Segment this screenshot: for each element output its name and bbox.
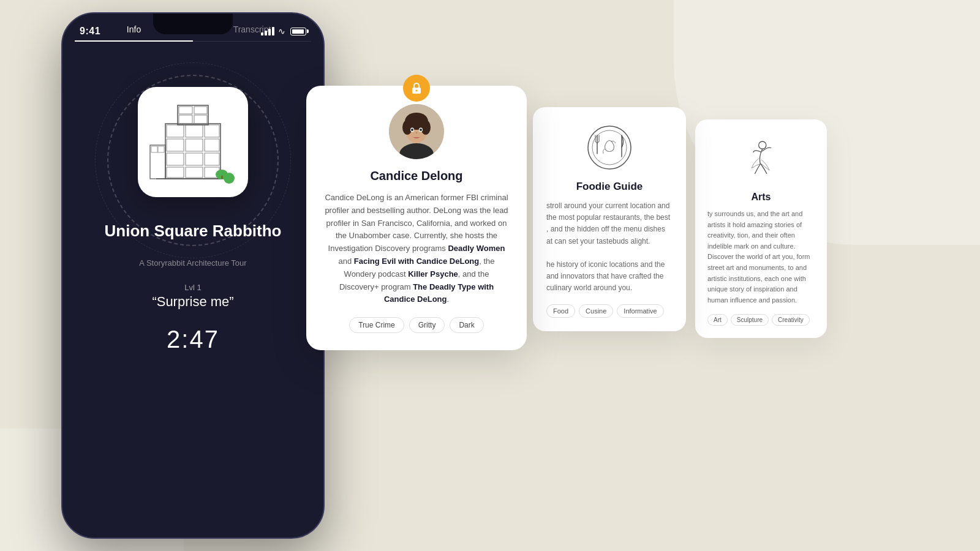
svg-rect-20 — [151, 146, 157, 152]
svg-rect-11 — [205, 153, 219, 165]
svg-rect-8 — [186, 167, 203, 178]
card-candice: Candice Delong Candice DeLong is an Amer… — [306, 86, 527, 350]
tag-sculpture: Sculpture — [731, 314, 769, 326]
svg-rect-19 — [150, 145, 165, 179]
tag-dark: Dark — [450, 317, 483, 333]
phone-level: Lvl 1 — [62, 283, 323, 292]
svg-rect-4 — [167, 167, 184, 178]
tag-art: Art — [707, 314, 728, 326]
svg-rect-23 — [221, 176, 223, 179]
phone-frame: 9:41 ∿ Info Transcript — [61, 12, 325, 539]
candice-name: Candice Delong — [323, 169, 510, 183]
svg-rect-15 — [179, 115, 192, 124]
arts-title: Arts — [707, 192, 815, 203]
status-time: 9:41 — [80, 26, 100, 37]
arts-icon — [740, 137, 783, 180]
svg-rect-6 — [186, 139, 203, 151]
status-icons: ∿ — [261, 26, 306, 36]
bold-deadly-women: Deadly Women — [448, 244, 505, 253]
tag-true-crime: True Crime — [349, 317, 404, 333]
green-indicator — [224, 173, 235, 184]
svg-point-42 — [758, 141, 766, 149]
card-arts: Arts ty surrounds us, and the art and ar… — [695, 119, 827, 338]
svg-rect-14 — [179, 107, 192, 114]
battery-icon — [290, 28, 306, 36]
wifi-icon: ∿ — [278, 26, 285, 36]
phone-subtitle: A Storyrabbit Architecture Tour — [62, 258, 323, 268]
avatar — [389, 104, 444, 159]
phone-notch — [153, 13, 233, 34]
card-foodie: Foodie Guide stroll around your current … — [533, 107, 686, 331]
svg-rect-10 — [205, 139, 219, 151]
foodie-icon — [585, 123, 634, 172]
foodie-desc: stroll around your current location and … — [546, 200, 673, 294]
arts-desc: ty surrounds us, and the art and artists… — [707, 209, 815, 305]
tag-creativity: Creativity — [772, 314, 810, 326]
arts-icon-wrap — [737, 134, 786, 183]
candice-tags: True Crime Gritty Dark — [323, 317, 510, 333]
tag-informative: Informative — [617, 304, 663, 318]
avatar-illustration — [389, 104, 444, 159]
svg-rect-9 — [205, 125, 219, 137]
tag-cusine: Cusine — [579, 304, 613, 318]
foodie-title: Foodie Guide — [546, 181, 673, 193]
tag-food: Food — [546, 304, 575, 318]
svg-point-31 — [421, 120, 431, 135]
lock-icon — [410, 81, 423, 95]
svg-rect-16 — [194, 107, 207, 114]
svg-point-25 — [416, 90, 418, 92]
album-art — [138, 87, 248, 197]
lock-badge — [403, 75, 430, 102]
bold-deadly-type: The Deadly Type with Candice DeLong — [384, 282, 494, 304]
foodie-icon-wrap — [585, 123, 634, 172]
candice-bio: Candice DeLong is an American former FBI… — [323, 192, 510, 306]
svg-point-36 — [588, 126, 631, 169]
phone-quote: “Surprise me” — [62, 294, 323, 310]
foodie-tags: Food Cusine Informative — [546, 304, 673, 318]
svg-point-35 — [420, 129, 422, 131]
svg-rect-7 — [186, 153, 203, 165]
bold-killer-psyche: Killer Psyche — [408, 269, 458, 279]
bold-facing-evil: Facing Evil with Candice DeLong — [354, 257, 479, 266]
arts-tags: Art Sculpture Creativity — [707, 314, 815, 326]
svg-rect-5 — [186, 125, 203, 137]
svg-rect-2 — [167, 139, 184, 151]
phone-time: 2:47 — [62, 326, 323, 353]
svg-rect-17 — [194, 115, 207, 124]
tag-gritty: Gritty — [409, 317, 445, 333]
svg-rect-3 — [167, 153, 184, 165]
signal-icon — [261, 27, 274, 36]
svg-rect-21 — [158, 146, 164, 152]
svg-point-34 — [411, 129, 413, 131]
phone-title: Union Square Rabbitho — [62, 222, 323, 241]
svg-point-30 — [402, 120, 412, 135]
svg-rect-1 — [167, 125, 184, 137]
